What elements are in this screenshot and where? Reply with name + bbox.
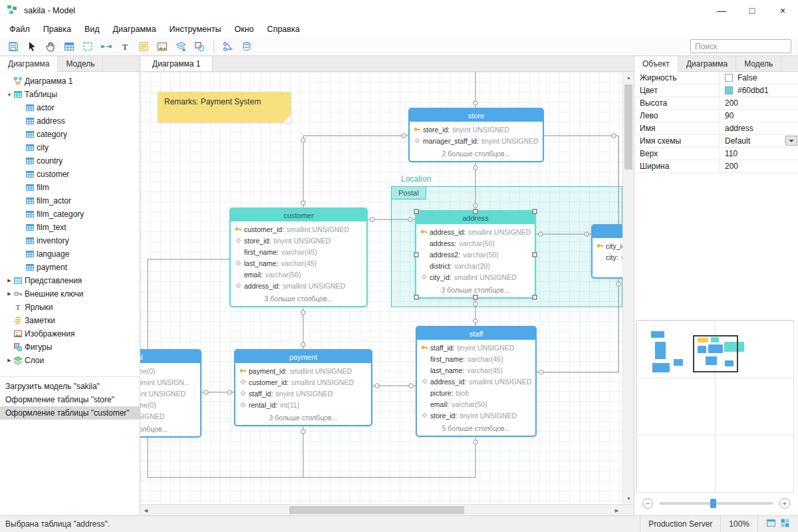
properties-tab-1[interactable]: Диаграмма xyxy=(678,57,736,71)
minimap-viewport[interactable] xyxy=(693,335,738,372)
menu-item[interactable]: Окно xyxy=(228,23,261,35)
chevron-right-icon[interactable]: ▶ xyxy=(5,358,13,363)
menu-item[interactable]: Инструменты xyxy=(163,23,228,35)
tree-item-images[interactable]: Изображения xyxy=(0,327,140,340)
tree-item-film[interactable]: film xyxy=(0,181,140,194)
tree-item-film_category[interactable]: film_category xyxy=(0,207,140,221)
chevron-down-icon[interactable]: ▼ xyxy=(5,92,13,97)
history-item[interactable]: Оформление таблицы "customer" xyxy=(0,406,140,420)
close-button[interactable]: × xyxy=(767,0,798,21)
history-item[interactable]: Оформление таблицы "store" xyxy=(0,393,140,406)
table-store[interactable]: storestore_id:tinyint UNSIGNEDmanager_st… xyxy=(408,108,544,162)
tree-item-category[interactable]: category xyxy=(0,128,140,141)
new-relation-button[interactable] xyxy=(97,39,116,55)
scroll-left-icon[interactable]: ◀ xyxy=(140,505,152,516)
menu-item[interactable]: Диаграмма xyxy=(106,23,163,35)
tree-item-tables[interactable]: ▼Таблицы xyxy=(0,88,140,101)
properties-tab-2[interactable]: Модель xyxy=(736,57,781,71)
tree-item-layers[interactable]: ▶Слои xyxy=(0,354,140,367)
table-address[interactable]: addressaddress_id:smallint UNSIGNEDaddre… xyxy=(415,210,536,299)
left-panel-tab-1[interactable]: Модель xyxy=(58,57,103,71)
tree-item-shapes[interactable]: Фигуры xyxy=(0,340,140,354)
table-more-columns[interactable]: 3 больше столбцов... xyxy=(231,293,366,306)
tree-item-notes[interactable]: Заметки xyxy=(0,314,140,327)
table-more-columns[interactable]: 2 больше столбцов... xyxy=(410,148,543,161)
tree-item-inventory[interactable]: inventory xyxy=(0,234,140,247)
selection-handle[interactable] xyxy=(414,209,419,214)
table-rental[interactable]: rentalrental_date:datetime(0)inventory_i… xyxy=(140,349,201,438)
scroll-down-icon[interactable]: ▼ xyxy=(623,493,634,504)
tree-item-customer[interactable]: customer xyxy=(0,168,140,181)
chevron-right-icon[interactable]: ▶ xyxy=(5,291,13,297)
tree-item-city[interactable]: city xyxy=(0,141,140,154)
checkbox[interactable] xyxy=(725,74,733,82)
property-value[interactable]: #60dbd1 xyxy=(720,84,798,96)
history-item[interactable]: Загрузить модель "sakila" xyxy=(0,380,140,393)
tree-item-payment[interactable]: payment xyxy=(0,261,140,274)
pan-tool-button[interactable] xyxy=(41,39,60,55)
new-note-button[interactable] xyxy=(134,39,153,55)
tree-item-film_text[interactable]: film_text xyxy=(0,221,140,234)
tree-item-foreign-keys[interactable]: ▶Внешние ключи xyxy=(0,287,140,301)
minimap[interactable] xyxy=(636,320,794,493)
selection-handle[interactable] xyxy=(533,295,537,300)
layer-tab-label[interactable]: Postal xyxy=(391,186,426,200)
sync-database-button[interactable] xyxy=(237,39,256,55)
horizontal-scrollbar[interactable]: ◀ ▶ xyxy=(140,505,622,515)
menu-item[interactable]: Правка xyxy=(37,23,78,35)
table-payment[interactable]: paymentpayment_id:smallint UNSIGNEDcusto… xyxy=(234,349,372,426)
zoom-in-button[interactable]: + xyxy=(779,498,790,509)
table-customer[interactable]: customercustomer_id:smallint UNSIGNEDsto… xyxy=(229,207,368,307)
menu-item[interactable]: Файл xyxy=(3,23,37,35)
save-button[interactable] xyxy=(4,39,23,55)
table-city[interactable]: citycity_id:smallint UNSIGNEDcity:varcha… xyxy=(591,224,622,279)
properties-tab-0[interactable]: Объект xyxy=(634,57,678,72)
scroll-up-icon[interactable]: ▲ xyxy=(623,72,634,83)
search-input[interactable] xyxy=(691,42,798,51)
property-value[interactable]: address xyxy=(720,122,798,134)
selection-handle[interactable] xyxy=(414,252,419,257)
selection-handle[interactable] xyxy=(414,295,419,300)
selection-handle[interactable] xyxy=(473,209,478,214)
tree-item-film_actor[interactable]: film_actor xyxy=(0,194,140,207)
tree-item-address[interactable]: address xyxy=(0,114,140,128)
new-image-button[interactable] xyxy=(153,39,172,55)
dropdown-button[interactable] xyxy=(785,136,797,146)
new-layer-button[interactable] xyxy=(172,39,190,55)
vertical-scroll-thumb[interactable] xyxy=(624,84,632,170)
tree-item-diagram[interactable]: Диаграмма 1 xyxy=(0,74,140,88)
new-table-button[interactable] xyxy=(60,39,78,55)
selection-handle[interactable] xyxy=(533,252,537,257)
selection-handle[interactable] xyxy=(533,209,537,214)
table-staff[interactable]: staffstaff_id:tinyint UNSIGNEDfirst_name… xyxy=(416,326,537,437)
property-value[interactable]: 90 xyxy=(720,110,798,122)
window-view-icon[interactable] xyxy=(766,518,776,530)
new-shape-button[interactable] xyxy=(190,39,209,55)
zoom-slider[interactable] xyxy=(659,502,773,505)
table-more-columns[interactable]: 5 больше столбцов... xyxy=(417,423,535,436)
zoom-slider-handle[interactable] xyxy=(710,499,716,508)
vertical-scrollbar[interactable]: ▲ ▼ xyxy=(622,72,634,504)
property-value[interactable]: 200 xyxy=(720,160,798,172)
menu-item[interactable]: Справка xyxy=(261,23,307,35)
menu-item[interactable]: Вид xyxy=(78,23,106,35)
model-conversion-button[interactable] xyxy=(219,39,237,55)
property-value[interactable]: 200 xyxy=(720,97,798,109)
tree-item-language[interactable]: language xyxy=(0,247,140,261)
tree-item-country[interactable]: country xyxy=(0,154,140,168)
maximize-button[interactable]: □ xyxy=(737,0,767,21)
zoom-out-button[interactable]: − xyxy=(642,498,653,509)
minimize-button[interactable]: — xyxy=(706,0,737,21)
zoom-level[interactable]: 100% xyxy=(720,516,757,532)
diagram-tab[interactable]: Диаграмма 1 xyxy=(140,57,213,71)
tree-item-labels[interactable]: TЯрлыки xyxy=(0,301,140,314)
scroll-right-icon[interactable]: ▶ xyxy=(611,505,622,516)
server-indicator[interactable]: Production Server xyxy=(640,516,720,532)
new-label-button[interactable]: T xyxy=(116,39,134,55)
left-panel-tab-0[interactable]: Диаграмма xyxy=(0,57,58,72)
property-value[interactable]: 110 xyxy=(720,148,798,160)
table-more-columns[interactable]: 2 больше столбцов... xyxy=(593,265,622,277)
property-value[interactable]: False xyxy=(720,72,798,84)
tree-item-views[interactable]: ▶Представления xyxy=(0,274,140,287)
table-more-columns[interactable]: 2 больше столбцов... xyxy=(140,424,200,436)
